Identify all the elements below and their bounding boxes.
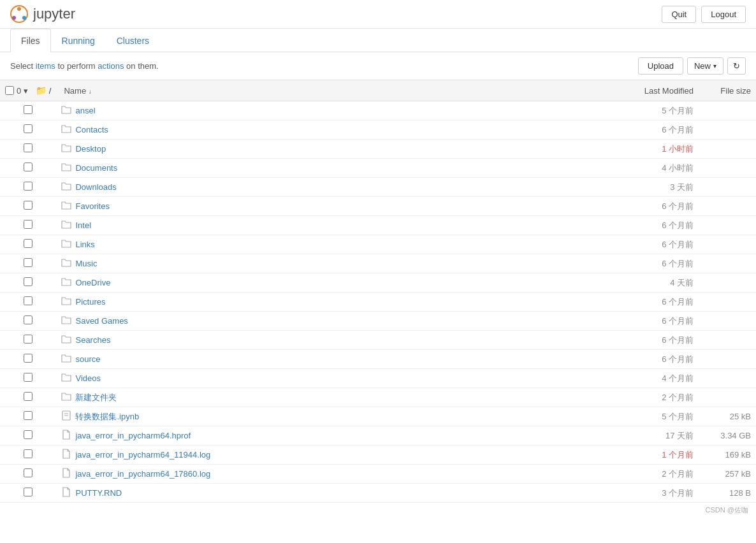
size-column-header[interactable]: File size: [699, 80, 756, 101]
modified-label: Last Modified: [644, 86, 694, 96]
tab-files[interactable]: Files: [10, 29, 51, 52]
app-title: jupyter: [33, 6, 75, 22]
row-checkbox[interactable]: [24, 449, 33, 458]
file-name-link[interactable]: PUTTY.RND: [75, 488, 122, 498]
file-name-link[interactable]: 转换数据集.ipynb: [75, 411, 139, 423]
name-column-header[interactable]: Name ↓: [56, 80, 603, 101]
file-modified-cell: 6 个月前: [603, 120, 699, 140]
quit-button[interactable]: Quit: [662, 6, 696, 23]
file-name-link[interactable]: Saved Games: [75, 316, 127, 326]
file-table: 0 ▾ 📁 / Name ↓ Last Modified File size: [0, 80, 756, 503]
row-checkbox[interactable]: [24, 124, 33, 133]
file-name-link[interactable]: Links: [75, 240, 94, 249]
file-name-cell: Contacts: [56, 120, 603, 140]
table-row: Documents4 小时前: [0, 159, 756, 178]
watermark: CSDN @佐咖: [0, 503, 756, 518]
folder-icon: [61, 219, 71, 231]
table-row: Contacts6 个月前: [0, 120, 756, 140]
row-checkbox[interactable]: [24, 392, 33, 401]
file-name-link[interactable]: Desktop: [75, 144, 106, 154]
row-checkbox[interactable]: [24, 296, 33, 305]
file-name-cell: java_error_in_pycharm64_11944.log: [56, 445, 603, 465]
file-size-cell: [699, 293, 756, 312]
file-name-cell: OneDrive: [56, 273, 603, 293]
file-size-cell: [699, 178, 756, 197]
logout-button[interactable]: Logout: [701, 6, 746, 23]
folder-icon: [61, 353, 71, 365]
file-name-link[interactable]: Music: [75, 259, 97, 268]
file-modified-cell: 17 天前: [603, 426, 699, 445]
file-name-link[interactable]: 新建文件夹: [75, 392, 117, 403]
refresh-button[interactable]: ↻: [727, 57, 746, 75]
toolbar-instruction: Select items to perform actions on them.: [10, 61, 159, 71]
file-size-cell: [699, 254, 756, 273]
row-checkbox[interactable]: [24, 143, 33, 152]
file-name-link[interactable]: Documents: [75, 163, 117, 173]
file-modified-cell: 6 个月前: [603, 197, 699, 216]
file-name-link[interactable]: java_error_in_pycharm64.hprof: [75, 431, 191, 440]
row-checkbox[interactable]: [24, 488, 33, 496]
file-size-cell: [699, 235, 756, 254]
row-checkbox[interactable]: [24, 411, 33, 420]
row-checkbox[interactable]: [24, 373, 33, 382]
file-name-link[interactable]: Favorites: [75, 201, 109, 211]
file-size-cell: 169 kB: [699, 445, 756, 465]
row-checkbox[interactable]: [24, 239, 33, 248]
file-icon: [61, 430, 71, 442]
file-name-cell: 转换数据集.ipynb: [56, 407, 603, 426]
table-row: Desktop1 小时前: [0, 140, 756, 159]
modified-column-header[interactable]: Last Modified: [603, 80, 699, 101]
file-name-link[interactable]: Downloads: [75, 182, 116, 192]
file-table-body: ansel5 个月前Contacts6 个月前Desktop1 小时前Docum…: [0, 101, 756, 503]
row-checkbox[interactable]: [24, 163, 33, 171]
file-name-cell: java_error_in_pycharm64.hprof: [56, 426, 603, 445]
table-row: Favorites6 个月前: [0, 197, 756, 216]
folder-icon: [61, 181, 71, 193]
file-name-link[interactable]: ansel: [75, 106, 95, 115]
file-modified-cell: 2 个月前: [603, 388, 699, 407]
table-row: 新建文件夹2 个月前: [0, 388, 756, 407]
tab-clusters[interactable]: Clusters: [106, 29, 160, 52]
file-name-link[interactable]: Videos: [75, 373, 101, 383]
file-name-link[interactable]: java_error_in_pycharm64_11944.log: [75, 450, 210, 460]
breadcrumb-folder-icon: 📁: [36, 85, 47, 96]
file-name-link[interactable]: source: [75, 354, 100, 364]
file-name-cell: Pictures: [56, 293, 603, 312]
tab-running[interactable]: Running: [51, 29, 106, 52]
file-name-cell: Saved Games: [56, 312, 603, 331]
file-name-cell: 新建文件夹: [56, 388, 603, 407]
row-checkbox[interactable]: [24, 354, 33, 363]
file-size-cell: [699, 197, 756, 216]
folder-icon: [61, 391, 71, 403]
tab-bar: Files Running Clusters: [0, 29, 756, 52]
file-name-link[interactable]: java_error_in_pycharm64_17860.log: [75, 469, 210, 479]
folder-icon: [61, 315, 71, 327]
row-checkbox[interactable]: [24, 335, 33, 344]
folder-icon: [61, 200, 71, 212]
row-checkbox[interactable]: [24, 105, 33, 114]
new-button[interactable]: New ▾: [687, 57, 723, 75]
row-checkbox[interactable]: [24, 430, 33, 439]
refresh-icon: ↻: [733, 61, 740, 71]
row-checkbox[interactable]: [24, 258, 33, 267]
upload-button[interactable]: Upload: [638, 57, 683, 75]
file-modified-cell: 3 个月前: [603, 484, 699, 503]
row-checkbox[interactable]: [24, 315, 33, 324]
file-name-link[interactable]: Contacts: [75, 125, 108, 134]
file-name-link[interactable]: OneDrive: [75, 278, 110, 287]
table-row: Searches6 个月前: [0, 331, 756, 350]
file-name-link[interactable]: Pictures: [75, 297, 105, 307]
svg-point-2: [12, 16, 16, 20]
row-checkbox[interactable]: [24, 277, 33, 286]
file-name-link[interactable]: Searches: [75, 335, 110, 345]
table-row: OneDrive4 天前: [0, 273, 756, 293]
row-checkbox[interactable]: [24, 468, 33, 477]
table-row: Links6 个月前: [0, 235, 756, 254]
select-dropdown-arrow[interactable]: ▾: [24, 86, 28, 96]
row-checkbox[interactable]: [24, 220, 33, 229]
sort-arrow-icon: ↓: [89, 88, 92, 95]
row-checkbox[interactable]: [24, 182, 33, 191]
row-checkbox[interactable]: [24, 201, 33, 210]
select-all-checkbox[interactable]: [5, 86, 14, 95]
file-name-link[interactable]: Intel: [75, 221, 91, 230]
